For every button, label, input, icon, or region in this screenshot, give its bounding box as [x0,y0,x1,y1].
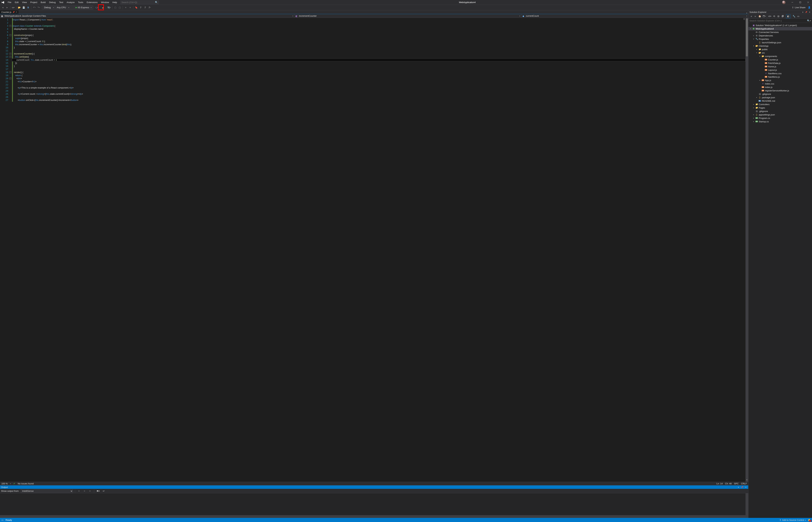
tree-twisty[interactable]: ▾ [756,52,758,54]
code-editor[interactable]: 123−456−789101112−13−1415161718−1920−212… [0,18,748,482]
tree-twisty[interactable]: ▾ [759,55,761,57]
tree-node[interactable]: #NavMenu.css [748,72,812,75]
tree-twisty[interactable]: ▸ [753,114,755,116]
publish-button[interactable]: ☁ [101,5,105,9]
menu-edit[interactable]: Edit [13,0,20,4]
solx-back-button[interactable]: ◄ [749,14,753,18]
tree-twisty[interactable]: ▸ [756,97,758,98]
solx-preview-button[interactable]: ◧ [786,14,790,18]
tb-btn-b[interactable]: ▢ [118,5,122,9]
open-file-button[interactable]: 📂 [17,5,21,9]
zoom-dropdown-icon[interactable]: ▾ [10,483,11,484]
tree-node[interactable]: JSregisterServiceWorker.js [748,89,812,92]
tree-node[interactable]: ▤.gitignore [748,92,812,96]
line-endings[interactable]: CRLF [741,482,747,485]
bookmark-button[interactable]: 🔖 [134,5,138,9]
menu-file[interactable]: File [6,0,13,4]
nav-back-button[interactable]: ◄ [1,5,5,9]
tree-node[interactable]: ▸C#Program.cs [748,116,812,120]
pin-icon[interactable]: 📌 [13,11,15,13]
tree-node[interactable]: ▾📂ClientApp [748,44,812,47]
screenshot-button[interactable]: 📷▾ [107,5,111,9]
code-line-15[interactable]: }); [12,61,746,65]
solx-close-icon[interactable]: ✕ [808,11,811,13]
tree-node[interactable]: ▾📂src [748,51,812,55]
tree-node[interactable]: ▤.gitignore [748,109,812,113]
solution-explorer-search-input[interactable] [749,19,807,22]
code-line-6[interactable]: constructor(props) { [12,34,746,37]
output-vertical-scrollbar[interactable] [746,493,748,515]
tree-node[interactable]: ▸C#Startup.cs [748,120,812,123]
code-line-17[interactable] [12,68,746,71]
tree-node[interactable]: ▾📂components [748,55,812,58]
menu-view[interactable]: View [20,0,28,4]
tree-node[interactable]: ▸📁Pages [748,106,812,109]
tree-node[interactable]: ▸⊞Dependencies [748,34,812,37]
output-wrap-button[interactable]: ≡ [88,489,92,493]
nav-type-dropdown[interactable]: ◧ incrementCounter ▾ [295,14,522,18]
tree-node[interactable]: ▾🔧Properties [748,37,812,41]
output-panel-header[interactable]: Output ▾ 📌 ✕ [0,485,748,489]
tree-twisty[interactable]: ▸ [753,121,755,122]
code-line-13[interactable]: this.setState({ [12,55,746,58]
indent-mode[interactable]: SPC [734,482,739,485]
code-line-3[interactable]: export class Counter extends Component { [12,24,746,27]
tree-twisty[interactable]: ▾ [753,45,755,47]
code-line-1[interactable]: import React, { Component } from 'react'… [12,18,746,21]
tree-node[interactable]: ▸JSApp.js [748,79,812,82]
output-clear-button[interactable]: ≡ [77,489,81,493]
new-item-button[interactable]: ▭▾ [11,5,15,9]
menu-debug[interactable]: Debug [47,0,57,4]
code-area[interactable]: import React, { Component } from 'react'… [12,18,746,482]
output-source-dropdown[interactable]: IntelliSense [21,489,73,493]
save-all-button[interactable]: 🗎 [26,5,30,9]
code-line-21[interactable]: <h1>Counter</h1> [12,80,746,83]
menu-help[interactable]: Help [111,0,119,4]
solx-sync-button[interactable]: ⟲ [772,14,776,18]
tree-node[interactable]: JSCounter.js [748,58,812,61]
menu-window[interactable]: Window [100,0,110,4]
run-target-dropdown[interactable]: ▾ [90,7,93,8]
indent-in-button[interactable]: ≡ [128,5,132,9]
indent-out-button[interactable]: ≡ [124,5,128,9]
fold-toggle[interactable]: − [9,78,11,79]
zoom-level[interactable]: 100 % [1,482,8,485]
code-line-19[interactable]: return ( [12,74,746,77]
user-avatar[interactable] [782,1,786,4]
tree-node[interactable]: ▸📁public [748,47,812,51]
solution-config-dropdown[interactable]: Debug▾ [43,5,55,9]
code-line-14[interactable]: currentCount: this.state.currentCount + … [12,58,746,61]
document-tabs-dropdown[interactable]: ▾ [745,12,748,14]
tree-node[interactable]: {}launchSettings.json [748,41,812,44]
nav-member-dropdown[interactable]: ◆ currentCount ▾ [522,14,748,18]
output-body[interactable] [0,493,748,518]
issues-label[interactable]: No issues found [18,482,34,485]
tree-node[interactable]: #index.css [748,82,812,85]
solx-pending-changes-button[interactable]: 🏷▾ [768,14,772,18]
solx-pin-icon[interactable]: 📌 [805,11,808,13]
code-line-2[interactable] [12,21,746,24]
scrollbar-thumb[interactable] [746,19,748,56]
code-line-22[interactable] [12,83,746,86]
code-line-11[interactable] [12,49,746,52]
output-toggle-button[interactable]: ≡ [82,489,87,493]
tree-twisty[interactable]: ▸ [753,35,755,36]
menu-build[interactable]: Build [39,0,47,4]
undo-button[interactable]: ↶▾ [32,5,36,9]
tree-node[interactable]: ▸{}package.json [748,96,812,99]
tree-node[interactable]: JSindex.js [748,85,812,89]
window-close-button[interactable] [804,0,812,5]
quick-launch-input[interactable] [121,1,155,4]
uncomment-button[interactable]: ⁋ [143,5,147,9]
split-editor-icon[interactable]: ╪ [743,18,745,20]
code-line-4[interactable]: displayName = Counter.name [12,27,746,31]
code-line-27[interactable]: <button onClick={this.incrementCounter}>… [12,99,746,102]
live-share-button[interactable]: ⇪ Live Share [791,6,807,9]
solx-forward-button[interactable]: ► [753,14,757,18]
solution-explorer-header[interactable]: Solution Explorer ▾ 📌 ✕ [748,10,812,14]
add-to-source-control-button[interactable]: ↥ Add to Source Control ▴ [779,519,806,521]
code-line-8[interactable]: this.state = { currentCount: 0 }; [12,40,746,43]
tree-node[interactable]: M↓README.md [748,99,812,103]
code-line-16[interactable]: } [12,65,746,68]
redo-button[interactable]: ↷▾ [37,5,41,9]
